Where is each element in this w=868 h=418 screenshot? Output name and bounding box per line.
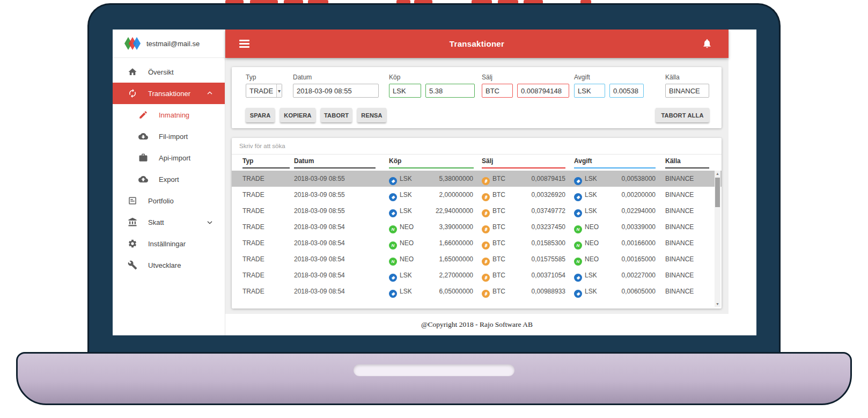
coin-icon: ◆: [389, 274, 397, 282]
laptop-screen-bezel: testmail@mail.se Översikt Transaktioner: [87, 3, 781, 353]
cell-avgift-amount: 0,00200000: [598, 187, 656, 203]
cell-kalla: BINANCE: [665, 187, 694, 203]
cell-kop-amount: 2,00000000: [413, 187, 473, 203]
cell-avgift-amount: 0,00166000: [598, 235, 656, 251]
sidebar-item-label: Portfolio: [148, 197, 174, 205]
cell-kop-coin: ◆LSK: [389, 187, 412, 203]
table-row[interactable]: TRADE 2018-03-09 08:54 NNEO 1,66000000 ฿…: [232, 235, 722, 251]
delete-all-button[interactable]: TABORT ALLA: [656, 108, 709, 122]
table-row[interactable]: TRADE 2018-03-09 08:55 ◆LSK 2,00000000 ฿…: [232, 187, 722, 203]
scroll-up-icon[interactable]: ▲: [715, 171, 720, 177]
cell-kalla: BINANCE: [665, 283, 694, 299]
coin-icon: N: [574, 225, 582, 233]
coin-icon: ฿: [482, 177, 490, 185]
cell-datum: 2018-03-09 08:55: [294, 187, 345, 203]
app-window: Transaktioner Typ TRADE ▾ Datum Köp: [225, 30, 729, 335]
cell-avgift-coin: NNEO: [574, 235, 599, 251]
cell-kop-coin: ◆LSK: [389, 171, 412, 187]
coin-icon: ◆: [574, 274, 582, 282]
table-row[interactable]: TRADE 2018-03-09 08:54 NNEO 1,65000000 ฿…: [232, 251, 722, 267]
coin-icon: N: [389, 258, 397, 266]
sidebar-item-api-import[interactable]: Api-import: [113, 147, 225, 168]
home-icon: [128, 67, 137, 77]
column-datum[interactable]: Datum: [294, 157, 376, 168]
save-button[interactable]: SPARA: [246, 108, 275, 122]
wrench-icon: [128, 260, 137, 270]
cell-avgift-amount: 0,00605000: [598, 283, 656, 299]
cell-salj-amount: 0,01575585: [506, 251, 565, 267]
kop-currency-input[interactable]: [389, 84, 421, 98]
sidebar-item-utvecklare[interactable]: Utvecklare: [113, 254, 225, 276]
column-kop[interactable]: Köp: [389, 157, 474, 168]
cell-kop-coin: ◆LSK: [389, 267, 412, 283]
kop-amount-input[interactable]: [425, 84, 475, 98]
page-title: Transaktioner: [225, 30, 729, 58]
cell-avgift-coin: ◆LSK: [574, 171, 597, 187]
coin-icon: ◆: [574, 193, 582, 201]
gear-icon: [128, 239, 137, 248]
dropdown-arrow-icon[interactable]: ▾: [276, 84, 282, 97]
scrollbar-thumb[interactable]: [715, 178, 720, 207]
column-salj[interactable]: Sälj: [482, 157, 565, 168]
cell-avgift-amount: 0,00227000: [598, 267, 656, 283]
copy-button[interactable]: KOPIERA: [280, 108, 315, 122]
cell-kalla: BINANCE: [665, 203, 694, 219]
scroll-down-icon[interactable]: ▼: [715, 301, 720, 307]
column-avgift[interactable]: Avgift: [574, 157, 656, 168]
footer: @Copyright 2018 - Rajo Software AB: [225, 314, 729, 335]
cell-datum: 2018-03-09 08:54: [294, 235, 345, 251]
table-row[interactable]: TRADE 2018-03-09 08:55 ◆LSK 22,94000000 …: [232, 203, 722, 219]
coin-icon: ฿: [482, 193, 490, 201]
cell-avgift-amount: 0,00538000: [598, 171, 656, 187]
delete-button[interactable]: TABORT: [321, 108, 352, 122]
sidebar-item-export[interactable]: Export: [113, 168, 225, 190]
search-input[interactable]: [232, 143, 722, 149]
datum-input[interactable]: [293, 84, 379, 98]
coin-icon: ◆: [389, 290, 397, 298]
cell-kop-amount: 6,05000000: [413, 283, 473, 299]
sidebar-item-skatt[interactable]: Skatt: [113, 211, 225, 233]
cell-typ: TRADE: [242, 219, 264, 235]
cell-kop-amount: 1,65000000: [413, 251, 473, 267]
table-row[interactable]: TRADE 2018-03-09 08:54 NNEO 3,39000000 ฿…: [232, 219, 722, 235]
cell-kop-amount: 1,66000000: [413, 235, 473, 251]
kalla-input[interactable]: [665, 84, 709, 98]
sidebar-item-label: Fil-import: [159, 133, 188, 141]
laptop-notch: [354, 364, 514, 376]
sidebar-item-portfolio[interactable]: Portfolio: [113, 190, 225, 211]
sidebar-item-inmatning[interactable]: Inmatning: [113, 104, 225, 126]
sidebar-item-installningar[interactable]: Inställningar: [113, 233, 225, 254]
pencil-icon: [138, 110, 148, 120]
table-row[interactable]: TRADE 2018-03-09 08:54 ◆LSK 2,27000000 ฿…: [232, 267, 722, 283]
table-row[interactable]: TRADE 2018-03-09 08:55 ◆LSK 5,38000000 ฿…: [232, 171, 722, 187]
sidebar-item-transaktioner[interactable]: Transaktioner: [113, 83, 225, 104]
cell-salj-amount: 0,03237450: [506, 219, 565, 235]
column-typ[interactable]: Typ: [242, 157, 290, 168]
salj-currency-input[interactable]: [482, 84, 513, 98]
bell-icon[interactable]: [702, 38, 712, 49]
bank-icon: [128, 217, 137, 227]
typ-select[interactable]: TRADE ▾: [246, 84, 282, 98]
cloud-download-icon: [138, 131, 148, 141]
clear-button[interactable]: RENSA: [357, 108, 386, 122]
cell-avgift-coin: ◆LSK: [574, 267, 597, 283]
sidebar-item-oversikt[interactable]: Översikt: [113, 61, 225, 83]
cell-kop-coin: NNEO: [389, 235, 414, 251]
salj-amount-input[interactable]: [517, 84, 569, 98]
cell-avgift-coin: ◆LSK: [574, 283, 597, 299]
cell-kalla: BINANCE: [665, 251, 694, 267]
column-kalla[interactable]: Källa: [665, 157, 709, 168]
coin-icon: ◆: [389, 177, 397, 185]
brand-header: testmail@mail.se: [113, 30, 225, 58]
briefcase-icon: [138, 153, 148, 163]
cell-salj-coin: ฿BTC: [482, 219, 505, 235]
sidebar-item-label: Export: [159, 175, 179, 184]
avgift-currency-input[interactable]: [574, 84, 605, 98]
sidebar-item-label: Inmatning: [159, 111, 189, 119]
laptop-base: [16, 352, 852, 405]
table-row[interactable]: TRADE 2018-03-09 08:54 ◆LSK 6,05000000 ฿…: [232, 283, 722, 299]
table-scrollbar[interactable]: ▲ ▼: [715, 171, 720, 307]
sidebar-item-fil-import[interactable]: Fil-import: [113, 126, 225, 147]
cell-salj-amount: 0,01585300: [506, 235, 565, 251]
avgift-amount-input[interactable]: [609, 84, 644, 98]
